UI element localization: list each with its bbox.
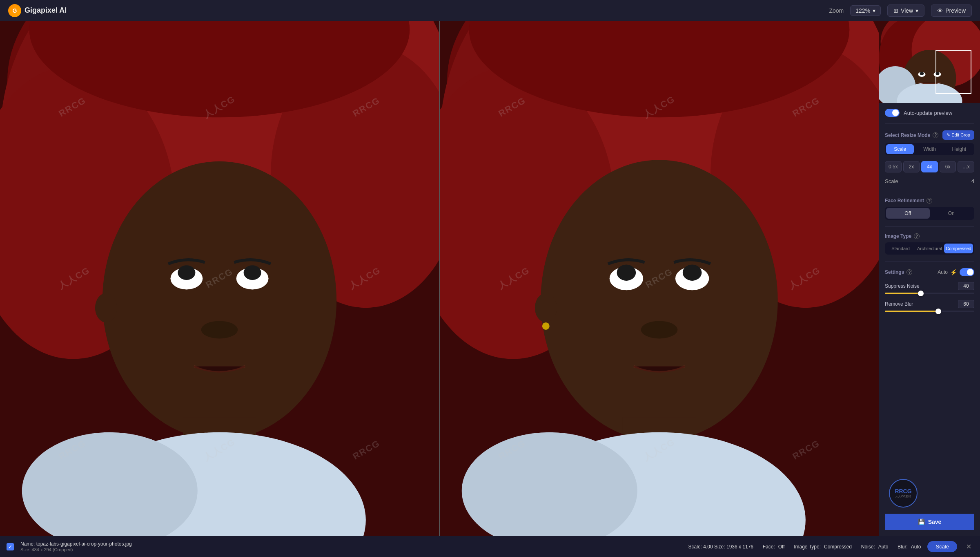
remove-blur-slider: Remove Blur 60 [885, 300, 974, 312]
image-type-label: Image Type ? [885, 233, 974, 239]
scale-button-label: Scale [935, 544, 949, 550]
divider-4 [885, 261, 974, 262]
blur-label-bottom: Blur: [898, 544, 908, 550]
view-button[interactable]: ⊞ View ▾ [887, 4, 924, 17]
suppress-noise-value[interactable]: 40 [958, 282, 974, 290]
svg-point-16 [95, 293, 117, 322]
auto-update-toggle[interactable] [885, 109, 900, 117]
view-chevron-icon: ▾ [915, 7, 918, 14]
svg-point-30 [617, 264, 636, 280]
tab-scale[interactable]: Scale [886, 144, 914, 154]
scale-value-row: Scale 4 [885, 178, 974, 184]
suppress-noise-label: Suppress Noise [885, 283, 920, 289]
view-label: View [901, 7, 913, 14]
settings-header: Settings ? Auto ⚡ [885, 268, 974, 276]
resize-mode-tabs: Scale Width Height [885, 143, 974, 155]
auto-update-row: Auto-update preview [885, 109, 974, 117]
view-split-icon: ⊞ [893, 7, 898, 14]
resize-mode-header: Select Resize Mode ? ✎ Edit Crop [885, 130, 974, 140]
save-button[interactable]: 💾 Save [885, 514, 974, 530]
filename: Name: topaz-labs-gigapixel-ai-crop-your-… [20, 541, 132, 547]
save-section: RRCG 人人CG素材 💾 Save [879, 471, 980, 536]
svg-point-7 [102, 161, 336, 440]
scale-number: 4 [971, 178, 974, 184]
thumbnail-area [879, 21, 980, 103]
svg-point-34 [542, 322, 550, 330]
bolt-icon: ⚡ [950, 269, 957, 275]
preview-eye-icon: 👁 [937, 7, 943, 14]
svg-point-15 [201, 321, 238, 338]
scale-05x[interactable]: 0.5x [885, 161, 902, 172]
edit-crop-label: ✎ Edit Crop [947, 132, 970, 138]
filesize: Size: 484 x 294 (Cropped) [20, 547, 132, 552]
settings-section: Settings ? Auto ⚡ [885, 268, 974, 276]
zoom-label: Zoom [829, 7, 844, 14]
image-viewport: RRCG 人人CG RRCG 人人CG RRCG 人人CG RRCG 人人CG [0, 21, 879, 536]
type-standard[interactable]: Standard [886, 244, 915, 253]
scale-info-text: Scale: 4.00 Size: 1936 x 1176 [688, 544, 753, 550]
suppress-noise-thumb[interactable] [918, 291, 924, 296]
scale-button[interactable]: Scale [927, 541, 957, 552]
remove-blur-value[interactable]: 60 [958, 300, 974, 308]
main-area: RRCG 人人CG RRCG 人人CG RRCG 人人CG RRCG 人人CG [0, 21, 980, 536]
divider-2 [885, 191, 974, 191]
rrcg-badge: RRCG 人人CG素材 [889, 479, 918, 508]
edit-crop-button[interactable]: ✎ Edit Crop [942, 130, 974, 140]
type-architectural[interactable]: Architectural [915, 244, 944, 253]
suppress-noise-label-row: Suppress Noise 40 [885, 282, 974, 290]
svg-point-32 [641, 321, 678, 338]
close-icon: ✕ [966, 543, 971, 550]
preview-button[interactable]: 👁 Preview [931, 4, 972, 17]
image-type-val: Compressed [824, 544, 852, 550]
svg-point-14 [244, 265, 261, 280]
resize-mode-section: Select Resize Mode ? ✎ Edit Crop Scale W… [885, 130, 974, 155]
scale-2x[interactable]: 2x [903, 161, 920, 172]
tab-width[interactable]: Width [915, 144, 943, 154]
noise-val: Auto [878, 544, 889, 550]
face-help-icon[interactable]: ? [927, 198, 932, 204]
settings-label: Settings ? [885, 269, 912, 275]
app-title: Gigapixel AI [24, 6, 67, 15]
remove-blur-thumb[interactable] [935, 309, 941, 314]
type-compressed[interactable]: Compressed [944, 244, 973, 253]
scale-custom[interactable]: …x [958, 161, 974, 172]
scale-6x[interactable]: 6x [940, 161, 956, 172]
suppress-noise-track[interactable] [885, 293, 974, 294]
divider-3 [885, 226, 974, 227]
zoom-chevron-icon: ▾ [873, 7, 875, 14]
zoom-value-text: 122% [855, 7, 870, 14]
face-on-button[interactable]: On [930, 208, 973, 219]
settings-right: Auto ⚡ [938, 268, 974, 276]
resize-help-icon[interactable]: ? [933, 132, 938, 138]
remove-blur-label-row: Remove Blur 60 [885, 300, 974, 308]
svg-point-44 [920, 72, 924, 75]
image-right: RRCG 人人CG RRCG 人人CG RRCG 人人CG RRCG 人人CG [440, 21, 879, 536]
blur-val: Auto [911, 544, 921, 550]
settings-toggle-knob [967, 269, 973, 275]
suppress-noise-slider: Suppress Noise 40 [885, 282, 974, 294]
scale-4x[interactable]: 4x [921, 161, 938, 172]
file-checkbox[interactable]: ✓ [7, 543, 14, 550]
suppress-noise-fill [885, 293, 921, 294]
svg-point-13 [178, 265, 195, 280]
zoom-control[interactable]: 122% ▾ [850, 5, 881, 16]
face-off-button[interactable]: Off [886, 208, 930, 219]
image-type-help-icon[interactable]: ? [914, 233, 920, 239]
close-button[interactable]: ✕ [964, 542, 973, 552]
settings-toggle[interactable] [960, 268, 974, 276]
tab-height[interactable]: Height [945, 144, 973, 154]
remove-blur-track[interactable] [885, 311, 974, 312]
settings-help-icon[interactable]: ? [906, 269, 912, 275]
auto-update-label: Auto-update preview [904, 110, 952, 116]
file-info: Name: topaz-labs-gigapixel-ai-crop-your-… [20, 541, 132, 552]
scale-buttons: 0.5x 2x 4x 6x …x [885, 161, 974, 172]
svg-point-24 [541, 160, 778, 441]
logo-icon: G [8, 4, 21, 17]
preview-label: Preview [945, 7, 966, 14]
face-label: Face: [763, 544, 775, 550]
svg-point-45 [935, 72, 940, 75]
face-refinement-toggle: Off On [885, 207, 974, 220]
save-icon: 💾 [918, 519, 925, 525]
face-refinement-section: Face Refinement ? Off On [885, 198, 974, 220]
photo-bg-right: RRCG 人人CG RRCG 人人CG RRCG 人人CG RRCG 人人CG [440, 21, 879, 536]
